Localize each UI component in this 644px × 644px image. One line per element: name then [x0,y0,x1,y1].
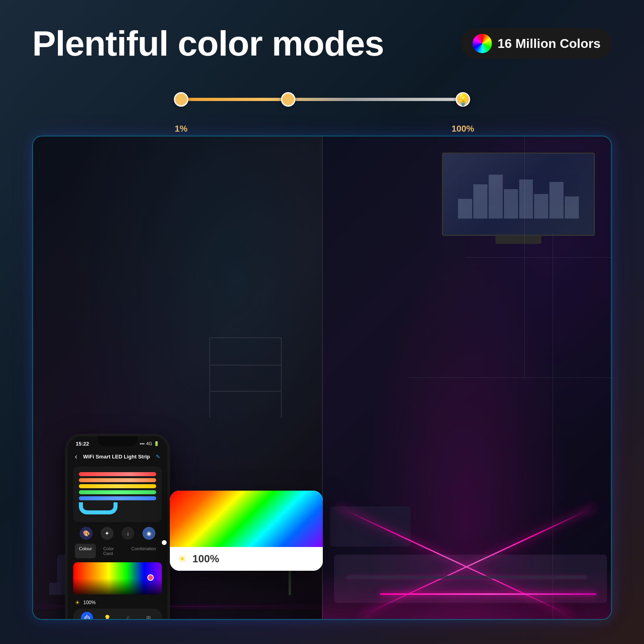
main-container: Plentiful color modes 16 Million Colors … [0,0,644,644]
color-callout: ☀ 100% [170,491,323,571]
slider-thumb-low [174,92,188,107]
main-panel: 15:22 ▪▪▪ 4G 🔋 ‹ WiFi Smart LED Light St… [32,136,612,620]
app-bottom-nav: ⏻ 💡 ♫ ⊞ [73,609,162,620]
nav-bulb-button[interactable]: 💡 [101,612,114,620]
status-icons: ▪▪▪ 4G 🔋 [140,441,159,446]
mode-effect-icon[interactable]: ✦ [101,527,114,540]
badge-text: 16 Million Colors [497,36,601,51]
color-picker-area[interactable] [73,562,162,594]
led-strip-curve [79,502,118,514]
mode-scene-icon[interactable]: ↓ [122,527,134,540]
slider-label-high: 100% [452,124,474,134]
app-tabs: Colour Color Card Combination [73,544,162,558]
led-strip-2 [79,478,156,482]
color-wheel-icon [473,34,492,53]
phone-container: 15:22 ▪▪▪ 4G 🔋 ‹ WiFi Smart LED Light St… [65,434,170,620]
callout-bottom: ☀ 100% [170,547,323,571]
slider-label-low: 1% [175,124,188,134]
nav-power-button[interactable]: ⏻ [81,612,93,620]
signal-icon: ▪▪▪ [140,441,145,446]
mode-active-icon[interactable]: ◉ [142,527,155,540]
shelf-shelf-1 [210,365,281,365]
tab-colour[interactable]: Colour [75,544,96,558]
app-title: WiFi Smart LED Light Strip [77,454,156,460]
battery-icon: 🔋 [154,441,159,446]
page-title: Plentiful color modes [32,24,384,63]
phone-status-bar: 15:22 ▪▪▪ 4G 🔋 [68,436,167,451]
floor-glow [322,571,611,619]
floor-led-strip [380,593,597,595]
color-badge: 16 Million Colors [461,28,612,59]
brightness-icon: ☀ [75,599,80,606]
led-strip-4 [79,490,156,494]
status-time: 15:22 [76,441,89,447]
led-line-h1 [466,257,611,258]
brightness-row-phone: ☀ 100% [73,598,162,607]
callout-gradient [170,491,323,547]
app-header: ‹ WiFi Smart LED Light Strip ✎ [73,452,162,461]
led-strips-viz [73,466,162,522]
shelf-shelf-2 [210,391,281,392]
led-strip-5 [79,496,156,500]
led-strip-1 [79,472,156,476]
callout-sun-icon: ☀ [178,553,187,565]
led-line-h2 [409,378,611,378]
brightness-slider[interactable]: 💡 💡 1% 100% [181,87,463,111]
room-right [322,136,611,619]
slider-track [181,98,463,101]
shelf-unit [209,337,282,418]
slider-section: 💡 💡 1% 100% [32,79,612,120]
edit-button[interactable]: ✎ [156,454,160,460]
phone-mockup: 15:22 ▪▪▪ 4G 🔋 ‹ WiFi Smart LED Light St… [65,434,170,620]
led-strip-3 [79,484,156,488]
tab-combination[interactable]: Combination [127,544,160,558]
network-type: 4G [146,441,152,446]
phone-screen: 15:22 ▪▪▪ 4G 🔋 ‹ WiFi Smart LED Light St… [68,436,167,620]
brightness-value: 100% [83,600,96,605]
color-picker-dot[interactable] [147,574,154,581]
connector-dot [162,540,167,545]
nav-grid-button[interactable]: ⊞ [142,612,155,620]
header-row: Plentiful color modes 16 Million Colors [32,24,612,63]
callout-brightness-value: 100% [192,553,219,565]
led-line-v1 [524,136,525,378]
nav-music-button[interactable]: ♫ [122,612,134,620]
color-gradient [73,562,162,594]
mode-palette-icon[interactable]: 🎨 [80,527,93,540]
color-mode-icons: 🎨 ✦ ↓ ◉ [73,527,162,540]
bulb-icon-high: 💡 [456,93,470,106]
tab-color-card[interactable]: Color Card [99,544,124,558]
slider-thumb-mid [281,92,295,107]
